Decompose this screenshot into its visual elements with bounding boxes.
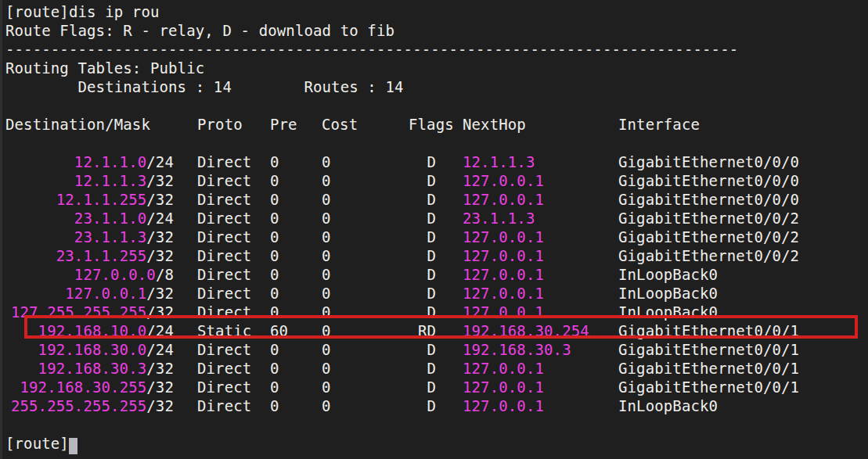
cost-cell: 0 [322, 303, 409, 321]
destination-ip: 12.1.1.3 [74, 172, 146, 189]
nexthop-cell: 127.0.0.1 [463, 228, 618, 246]
pre-cell: 0 [270, 396, 322, 415]
proto-cell: Direct [197, 284, 270, 303]
destination-ip: 255.255.255.255 [11, 397, 146, 414]
header-flags: Flags [409, 115, 463, 134]
destination-cell: 127.0.0.0/8 [5, 265, 174, 284]
route-row: 23.1.1.0/24 Direct 0 0 D 23.1.1.3 Gigabi… [0, 209, 868, 228]
flags-cell: D [409, 190, 463, 209]
header-nexthop: NextHop [463, 115, 618, 134]
destination-mask: /8 [156, 266, 174, 283]
proto-cell: Direct [197, 190, 270, 209]
destination-ip: 192.168.30.3 [38, 360, 147, 377]
destination-cell: 192.168.10.0/24 [5, 321, 174, 340]
pre-cell: 0 [270, 303, 322, 321]
flags-cell: D [409, 265, 463, 284]
proto-cell: Direct [197, 359, 270, 378]
destination-mask: /32 [146, 285, 174, 302]
cost-cell: 0 [322, 209, 409, 228]
prompt: [route] [5, 435, 69, 452]
route-row: 12.1.1.255/32 Direct 0 0 D 127.0.0.1 Gig… [0, 190, 868, 209]
destination-ip: 192.168.30.0 [38, 341, 147, 358]
routing-tables-title: Routing Tables: Public [0, 59, 868, 77]
destination-cell: 255.255.255.255/32 [5, 396, 174, 415]
route-row: 255.255.255.255/32 Direct 0 0 D 127.0.0.… [0, 396, 868, 415]
flags-cell: D [409, 396, 463, 415]
proto-cell: Direct [197, 209, 270, 228]
cost-cell: 0 [322, 265, 409, 284]
prompt-line[interactable]: [route] [0, 434, 868, 453]
destination-ip: 23.1.1.0 [74, 210, 146, 227]
nexthop-cell: 127.0.0.1 [463, 359, 618, 378]
terminal-left-edge [0, 0, 2, 459]
destination-cell: 192.168.30.255/32 [5, 378, 174, 396]
destination-ip: 127.255.255.255 [11, 303, 146, 321]
cost-cell: 0 [322, 152, 409, 171]
destination-cell: 23.1.1.0/24 [5, 209, 174, 228]
pre-cell: 0 [270, 265, 322, 284]
nexthop-cell: 127.0.0.1 [463, 171, 618, 190]
interface-cell: InLoopBack0 [618, 303, 868, 321]
interface-cell: GigabitEthernet0/0/1 [618, 359, 868, 378]
destination-mask: /24 [146, 322, 174, 339]
header-destination-mask: Destination/Mask [5, 115, 174, 134]
route-row: 192.168.30.255/32 Direct 0 0 D 127.0.0.1… [0, 378, 868, 396]
route-flags-legend: Route Flags: R - relay, D - download to … [0, 21, 868, 40]
proto-cell: Direct [197, 303, 270, 321]
interface-cell: GigabitEthernet0/0/1 [618, 378, 868, 396]
pre-cell: 0 [270, 228, 322, 246]
flags-cell: D [409, 152, 463, 171]
interface-cell: GigabitEthernet0/0/0 [618, 152, 868, 171]
proto-cell: Direct [197, 265, 270, 284]
nexthop-cell: 12.1.1.3 [463, 152, 618, 171]
destination-ip: 127.0.0.1 [65, 285, 146, 302]
interface-cell: GigabitEthernet0/0/1 [618, 340, 868, 359]
proto-cell: Direct [197, 171, 270, 190]
interface-cell: GigabitEthernet0/0/2 [618, 246, 868, 265]
proto-cell: Direct [197, 340, 270, 359]
proto-cell: Direct [197, 396, 270, 415]
cost-cell: 0 [322, 378, 409, 396]
cost-cell: 0 [322, 228, 409, 246]
nexthop-cell: 127.0.0.1 [463, 190, 618, 209]
route-row: 127.0.0.1/32 Direct 0 0 D 127.0.0.1 InLo… [0, 284, 868, 303]
destination-mask: /24 [146, 341, 174, 358]
pre-cell: 0 [270, 152, 322, 171]
nexthop-cell: 192.168.30.254 [463, 321, 618, 340]
cost-cell: 0 [322, 171, 409, 190]
flags-cell: D [409, 340, 463, 359]
cost-cell: 0 [322, 246, 409, 265]
interface-cell: InLoopBack0 [618, 265, 868, 284]
route-row-highlighted-static: 192.168.10.0/24 Static 60 0 RD 192.168.3… [0, 321, 868, 340]
destination-cell: 12.1.1.3/32 [5, 171, 174, 190]
nexthop-cell: 192.168.30.3 [463, 340, 618, 359]
command-line: [route]dis ip rou [0, 2, 868, 21]
flags-cell: D [409, 378, 463, 396]
pre-cell: 0 [270, 284, 322, 303]
proto-cell: Static [197, 321, 270, 340]
destination-ip: 23.1.1.3 [74, 228, 146, 246]
pre-cell: 0 [270, 171, 322, 190]
header-cost: Cost [322, 115, 409, 134]
proto-cell: Direct [197, 378, 270, 396]
route-row: 192.168.30.0/24 Direct 0 0 D 192.168.30.… [0, 340, 868, 359]
interface-cell: GigabitEthernet0/0/1 [618, 321, 868, 340]
route-row: 23.1.1.3/32 Direct 0 0 D 127.0.0.1 Gigab… [0, 228, 868, 246]
destination-mask: /32 [146, 378, 174, 396]
cost-cell: 0 [322, 190, 409, 209]
pre-cell: 0 [270, 246, 322, 265]
flags-cell: D [409, 359, 463, 378]
pre-cell: 0 [270, 340, 322, 359]
destination-mask: /24 [146, 153, 174, 170]
cost-cell: 0 [322, 321, 409, 340]
route-row: 12.1.1.0/24 Direct 0 0 D 12.1.1.3 Gigabi… [0, 152, 868, 171]
terminal-window[interactable]: [route]dis ip rou Route Flags: R - relay… [0, 0, 868, 459]
header-interface: Interface [618, 115, 868, 134]
flags-cell: D [409, 303, 463, 321]
cost-cell: 0 [322, 359, 409, 378]
nexthop-cell: 23.1.1.3 [463, 209, 618, 228]
interface-cell: GigabitEthernet0/0/2 [618, 209, 868, 228]
flags-cell: D [409, 228, 463, 246]
counts-line: Destinations : 14 Routes : 14 [0, 77, 868, 96]
interface-cell: InLoopBack0 [618, 284, 868, 303]
